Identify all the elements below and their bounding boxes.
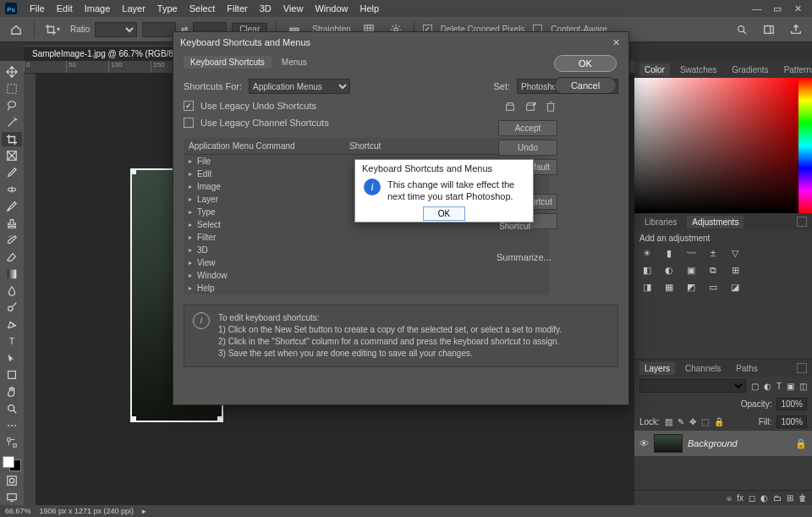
dialog-cancel-button[interactable]: Cancel bbox=[554, 77, 617, 94]
close-app-icon[interactable]: ✕ bbox=[792, 3, 804, 14]
undo-button[interactable]: Undo bbox=[498, 140, 557, 156]
vibrance-icon[interactable]: ▽ bbox=[727, 246, 743, 260]
tab-channels[interactable]: Channels bbox=[680, 362, 726, 375]
pen-tool-icon[interactable] bbox=[2, 316, 22, 332]
tab-layers[interactable]: Layers bbox=[639, 362, 675, 375]
filter-shape-icon[interactable]: ▣ bbox=[787, 382, 794, 391]
tab-paths[interactable]: Paths bbox=[731, 362, 763, 375]
menu-help[interactable]: Help bbox=[354, 3, 386, 14]
tab-gradients[interactable]: Gradients bbox=[727, 63, 773, 76]
restore-icon[interactable]: ▭ bbox=[771, 3, 783, 14]
brush-tool-icon[interactable] bbox=[2, 199, 22, 214]
delete-set-icon[interactable] bbox=[544, 100, 557, 113]
eraser-tool-icon[interactable] bbox=[2, 250, 22, 265]
menu-edit[interactable]: Edit bbox=[51, 3, 79, 14]
layer-name[interactable]: Background bbox=[688, 438, 738, 448]
eye-icon[interactable]: 👁 bbox=[639, 438, 649, 448]
fg-color-swatch[interactable] bbox=[3, 456, 14, 468]
workspace-icon[interactable] bbox=[760, 20, 778, 39]
frame-tool-icon[interactable] bbox=[2, 148, 22, 163]
zoom-tool-icon[interactable] bbox=[2, 401, 22, 416]
fill-value[interactable]: 100% bbox=[776, 415, 807, 428]
brightness-icon[interactable]: ☀ bbox=[639, 246, 655, 260]
posterize-icon[interactable]: ▦ bbox=[661, 280, 677, 294]
layer-thumbnail[interactable] bbox=[654, 434, 683, 453]
minimize-icon[interactable]: — bbox=[751, 3, 763, 14]
panel-menu-icon-3[interactable] bbox=[797, 363, 807, 373]
edit-toolbar-icon[interactable] bbox=[2, 435, 22, 450]
hand-tool-icon[interactable] bbox=[2, 384, 22, 399]
stamp-tool-icon[interactable] bbox=[2, 216, 22, 231]
ratio-select[interactable] bbox=[95, 22, 137, 37]
quickmask-icon[interactable] bbox=[2, 473, 22, 488]
screen-mode-icon[interactable] bbox=[2, 490, 22, 505]
lock-icon[interactable]: 🔒 bbox=[795, 438, 807, 449]
threshold-icon[interactable]: ◩ bbox=[683, 280, 699, 294]
tab-menus[interactable]: Menus bbox=[275, 56, 314, 69]
fx-icon[interactable]: fx bbox=[737, 493, 743, 503]
filter-type-icon[interactable]: T bbox=[776, 382, 782, 391]
link-icon[interactable]: ⍟ bbox=[727, 493, 732, 503]
photo-filter-icon[interactable]: ▣ bbox=[683, 263, 699, 277]
crop-tool-icon[interactable]: ▾ bbox=[43, 20, 62, 39]
selective-color-icon[interactable]: ◪ bbox=[727, 280, 743, 294]
tab-adjustments[interactable]: Adjustments bbox=[687, 216, 743, 228]
more-tools-icon[interactable]: ⋯ bbox=[2, 418, 22, 433]
opacity-value[interactable]: 100% bbox=[776, 398, 807, 410]
path-tool-icon[interactable] bbox=[2, 350, 22, 366]
new-layer-icon[interactable]: ⊞ bbox=[787, 493, 793, 503]
info-caret-icon[interactable]: ▸ bbox=[142, 507, 146, 515]
ratio-w-input[interactable] bbox=[142, 22, 176, 37]
menu-type[interactable]: Type bbox=[151, 3, 184, 14]
eyedropper-tool-icon[interactable] bbox=[2, 165, 22, 180]
color-picker[interactable] bbox=[634, 78, 812, 213]
crop-handle-se[interactable] bbox=[217, 416, 223, 422]
menu-window[interactable]: Window bbox=[309, 3, 354, 14]
move-tool-icon[interactable] bbox=[2, 64, 22, 80]
legacy-channel-checkbox[interactable] bbox=[184, 118, 194, 128]
dialog-close-icon[interactable]: ✕ bbox=[610, 36, 622, 48]
trash-icon[interactable]: 🗑 bbox=[798, 493, 807, 503]
accept-button[interactable]: Accept bbox=[498, 120, 557, 136]
save-set-icon[interactable] bbox=[503, 100, 517, 113]
panel-menu-icon-2[interactable] bbox=[797, 217, 807, 227]
filter-pixel-icon[interactable]: ▢ bbox=[751, 382, 759, 391]
layer-row[interactable]: 👁 Background 🔒 bbox=[634, 431, 812, 456]
type-tool-icon[interactable]: T bbox=[2, 333, 22, 349]
dialog-ok-button[interactable]: OK bbox=[554, 55, 617, 72]
blend-mode-select[interactable] bbox=[639, 379, 746, 393]
tab-swatches[interactable]: Swatches bbox=[675, 63, 721, 76]
blur-tool-icon[interactable] bbox=[2, 283, 22, 299]
tab-libraries[interactable]: Libraries bbox=[639, 216, 682, 228]
menu-filter[interactable]: Filter bbox=[221, 3, 253, 14]
crop-tool-active-icon[interactable] bbox=[2, 132, 22, 147]
wand-tool-icon[interactable] bbox=[2, 115, 22, 130]
lock-paint-icon[interactable]: ✎ bbox=[678, 417, 684, 426]
shape-tool-icon[interactable] bbox=[2, 367, 22, 382]
tab-shortcuts[interactable]: Keyboard Shortcuts bbox=[184, 56, 272, 69]
menu-layer[interactable]: Layer bbox=[116, 3, 151, 14]
menu-select[interactable]: Select bbox=[184, 3, 222, 14]
lock-pos-icon[interactable]: ✥ bbox=[689, 417, 696, 426]
crop-handle-nw[interactable] bbox=[130, 168, 136, 174]
history-brush-icon[interactable] bbox=[2, 233, 22, 248]
crop-handle-sw[interactable] bbox=[130, 416, 136, 422]
lock-nest-icon[interactable]: ⬚ bbox=[701, 417, 709, 426]
share-icon[interactable] bbox=[787, 20, 805, 39]
marquee-tool-icon[interactable] bbox=[2, 81, 22, 96]
summarize-button[interactable]: Summarize... bbox=[497, 252, 557, 262]
alert-ok-button[interactable]: OK bbox=[423, 206, 465, 221]
menu-view[interactable]: View bbox=[277, 3, 310, 14]
legacy-undo-checkbox[interactable]: ✓ bbox=[184, 101, 194, 111]
color-swatches[interactable] bbox=[3, 456, 21, 471]
filter-adj-icon[interactable]: ◐ bbox=[764, 382, 771, 391]
gradient-tool-icon[interactable] bbox=[2, 267, 22, 282]
adj-layer-icon[interactable]: ◐ bbox=[760, 493, 768, 503]
lasso-tool-icon[interactable] bbox=[2, 98, 22, 113]
menu-image[interactable]: Image bbox=[79, 3, 117, 14]
tab-patterns[interactable]: Patterns bbox=[779, 63, 812, 76]
lock-all-icon[interactable]: 🔒 bbox=[714, 417, 724, 426]
filter-smart-icon[interactable]: ◫ bbox=[799, 382, 807, 391]
menu-file[interactable]: File bbox=[24, 3, 51, 14]
gradient-map-icon[interactable]: ▭ bbox=[705, 280, 721, 294]
